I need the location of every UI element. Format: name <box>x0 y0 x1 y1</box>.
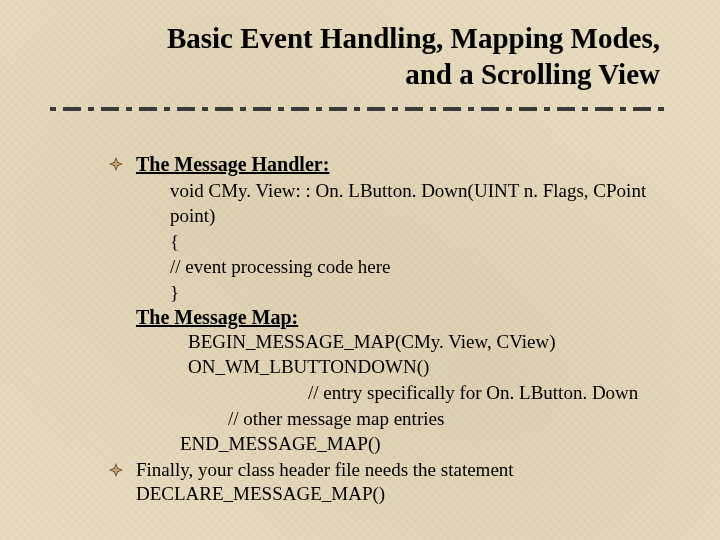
final-line-2: DECLARE_MESSAGE_MAP() <box>108 483 670 505</box>
map-line-begin: BEGIN_MESSAGE_MAP(CMy. View, CView) <box>108 329 670 355</box>
bullet-icon <box>108 156 126 174</box>
slide: Basic Event Handling, Mapping Modes, and… <box>0 0 720 540</box>
map-line-onwm: ON_WM_LBUTTONDOWN() <box>108 354 670 380</box>
content-area: The Message Handler: void CMy. View: : O… <box>50 153 670 505</box>
svg-marker-1 <box>111 159 121 169</box>
code-line-signature: void CMy. View: : On. LButton. Down(UINT… <box>108 178 670 229</box>
title-line-2: and a Scrolling View <box>405 58 660 90</box>
map-line-entry-comment: // entry specifically for On. LButton. D… <box>108 380 670 406</box>
bullet-icon <box>108 462 126 480</box>
final-line-1: Finally, your class header file needs th… <box>136 459 514 481</box>
svg-marker-3 <box>111 465 121 475</box>
slide-title: Basic Event Handling, Mapping Modes, and… <box>50 20 670 93</box>
section-heading-handler: The Message Handler: <box>136 153 329 176</box>
map-line-end: END_MESSAGE_MAP() <box>108 431 670 457</box>
code-line-open-brace: { <box>108 229 670 255</box>
title-line-1: Basic Event Handling, Mapping Modes, <box>167 22 660 54</box>
section-heading-map: The Message Map: <box>136 306 670 329</box>
bullet-item-2: Finally, your class header file needs th… <box>108 459 670 481</box>
code-line-comment: // event processing code here <box>108 254 670 280</box>
bullet-item-1: The Message Handler: <box>108 153 670 176</box>
divider-line <box>50 107 670 111</box>
map-line-other-comment: // other message map entries <box>108 406 670 432</box>
code-line-close-brace: } <box>108 280 670 306</box>
